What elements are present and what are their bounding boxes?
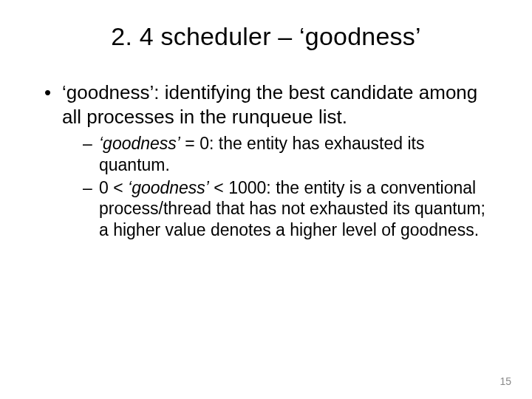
page-number: 15	[499, 375, 511, 387]
slide-title: 2. 4 scheduler – ‘goodness’	[37, 22, 495, 51]
sub-item-2: 0 < ‘goodness’ < 1000: the entity is a c…	[83, 177, 495, 241]
sub-item-1: ‘goodness’ = 0: the entity has exhausted…	[83, 133, 495, 176]
sub1-em: ‘goodness’	[99, 134, 180, 153]
bullet-item-1: ‘goodness’: identifying the best candida…	[44, 81, 495, 241]
bullet1-prefix: ‘goodness’:	[62, 81, 165, 103]
slide: 2. 4 scheduler – ‘goodness’ ‘goodness’: …	[0, 0, 532, 399]
bullet-list-level2: ‘goodness’ = 0: the entity has exhausted…	[83, 133, 495, 241]
sub2-pre: 0 <	[99, 178, 128, 197]
sub2-em: ‘goodness’	[128, 178, 209, 197]
bullet-list-level1: ‘goodness’: identifying the best candida…	[44, 81, 495, 241]
